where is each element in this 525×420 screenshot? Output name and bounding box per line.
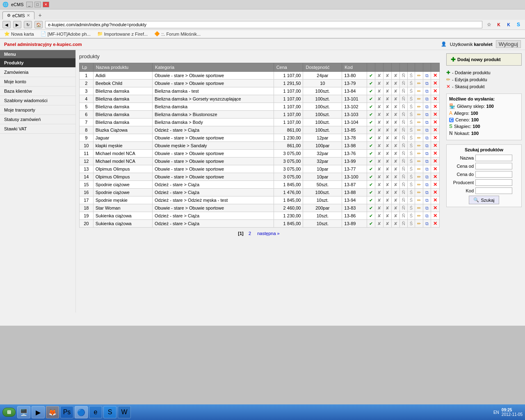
action-edit[interactable]: ✏ <box>415 119 423 126</box>
action-cross-grey[interactable]: ✘ <box>375 87 383 95</box>
action-edit[interactable]: ✏ <box>415 103 423 111</box>
action-s[interactable]: Ś <box>407 212 415 220</box>
address-bar[interactable] <box>45 21 482 28</box>
action-s[interactable]: Ś <box>407 126 415 134</box>
action-n[interactable]: Ñ <box>399 119 407 126</box>
action-cross-grey[interactable]: ✘ <box>375 173 383 181</box>
sidebar-item-produkty[interactable]: Produkty <box>0 58 75 68</box>
action-cross-grey2[interactable]: ✘ <box>383 95 391 103</box>
action-delete[interactable]: ✕ <box>431 196 440 204</box>
action-delete[interactable]: ✕ <box>431 189 440 196</box>
action-cross-grey[interactable]: ✘ <box>375 119 383 126</box>
action-cross-grey3[interactable]: ✘ <box>391 150 399 158</box>
action-cross-grey2[interactable]: ✘ <box>383 142 391 150</box>
action-s[interactable]: Ś <box>407 150 415 158</box>
action-copy[interactable]: ⧉ <box>423 173 431 181</box>
bookmark-firefox[interactable]: 📁 Importowane z Firef... <box>96 31 149 37</box>
action-copy[interactable]: ⧉ <box>423 111 431 119</box>
action-edit[interactable]: ✏ <box>415 126 423 134</box>
action-s[interactable]: Ś <box>407 111 415 119</box>
action-delete[interactable]: ✕ <box>431 80 440 87</box>
bookmark-forum[interactable]: 🔶 ::. Forum Miłośnik... <box>153 31 202 37</box>
action-cross-grey3[interactable]: ✘ <box>391 103 399 111</box>
action-delete[interactable]: ✕ <box>431 150 440 158</box>
action-copy[interactable]: ⧉ <box>423 103 431 111</box>
action-delete[interactable]: ✕ <box>431 204 440 212</box>
action-n[interactable]: Ñ <box>399 181 407 189</box>
action-cross-grey2[interactable]: ✘ <box>383 134 391 142</box>
action-cross-grey3[interactable]: ✘ <box>391 189 399 196</box>
action-cross-grey2[interactable]: ✘ <box>383 173 391 181</box>
action-delete[interactable]: ✕ <box>431 220 440 228</box>
action-cross-grey2[interactable]: ✘ <box>383 111 391 119</box>
action-cross-grey[interactable]: ✘ <box>375 72 383 80</box>
action-cross-grey2[interactable]: ✘ <box>383 212 391 220</box>
action-delete[interactable]: ✕ <box>431 126 440 134</box>
action-s[interactable]: Ś <box>407 119 415 126</box>
action-cross-grey3[interactable]: ✘ <box>391 158 399 165</box>
logout-button[interactable]: Wyloguj <box>496 40 521 48</box>
action-delete[interactable]: ✕ <box>431 95 440 103</box>
action-edit[interactable]: ✏ <box>415 158 423 165</box>
action-cross-grey[interactable]: ✘ <box>375 95 383 103</box>
sidebar-item-statusy-zamówień[interactable]: Statusy zamówień <box>0 115 75 124</box>
action-delete[interactable]: ✕ <box>431 212 440 220</box>
search-price-to-input[interactable] <box>475 171 512 178</box>
action-cross-grey3[interactable]: ✘ <box>391 126 399 134</box>
action-cross-grey3[interactable]: ✘ <box>391 87 399 95</box>
action-cross-grey2[interactable]: ✘ <box>383 204 391 212</box>
action-s[interactable]: Ś <box>407 87 415 95</box>
action-n[interactable]: Ñ <box>399 150 407 158</box>
search-price-from-input[interactable] <box>475 163 512 169</box>
action-edit[interactable]: ✏ <box>415 111 423 119</box>
action-delete[interactable]: ✕ <box>431 134 440 142</box>
action-delete[interactable]: ✕ <box>431 103 440 111</box>
action-cross-grey3[interactable]: ✘ <box>391 220 399 228</box>
action-n[interactable]: Ñ <box>399 173 407 181</box>
action-n[interactable]: Ñ <box>399 196 407 204</box>
action-edit[interactable]: ✏ <box>415 189 423 196</box>
action-copy[interactable]: ⧉ <box>423 212 431 220</box>
action-delete[interactable]: ✕ <box>431 142 440 150</box>
action-copy[interactable]: ⧉ <box>423 158 431 165</box>
action-check[interactable]: ✔ <box>367 173 375 181</box>
action-cross-grey3[interactable]: ✘ <box>391 212 399 220</box>
action-cross-grey2[interactable]: ✘ <box>383 126 391 134</box>
action-cross-grey[interactable]: ✘ <box>375 150 383 158</box>
action-check[interactable]: ✔ <box>367 220 375 228</box>
action-edit[interactable]: ✏ <box>415 196 423 204</box>
action-copy[interactable]: ⧉ <box>423 196 431 204</box>
action-s[interactable]: Ś <box>407 165 415 173</box>
action-n[interactable]: Ñ <box>399 72 407 80</box>
action-copy[interactable]: ⧉ <box>423 220 431 228</box>
action-cross-grey[interactable]: ✘ <box>375 189 383 196</box>
page-2-link[interactable]: 2 <box>249 231 251 236</box>
action-cross-grey[interactable]: ✘ <box>375 158 383 165</box>
action-cross-grey3[interactable]: ✘ <box>391 80 399 87</box>
bookmark-adobe[interactable]: 📄 [MF-HOT]Adobe ph... <box>39 31 92 37</box>
action-cross-grey2[interactable]: ✘ <box>383 80 391 87</box>
action-n[interactable]: Ñ <box>399 165 407 173</box>
action-s[interactable]: Ś <box>407 72 415 80</box>
new-tab-button[interactable]: + <box>35 11 45 20</box>
action-cross-grey[interactable]: ✘ <box>375 212 383 220</box>
action-check[interactable]: ✔ <box>367 196 375 204</box>
action-cross-grey2[interactable]: ✘ <box>383 158 391 165</box>
action-cross-grey[interactable]: ✘ <box>375 103 383 111</box>
action-cross-grey3[interactable]: ✘ <box>391 181 399 189</box>
action-edit[interactable]: ✏ <box>415 150 423 158</box>
action-copy[interactable]: ⧉ <box>423 126 431 134</box>
action-edit[interactable]: ✏ <box>415 204 423 212</box>
browser-tab[interactable]: ⚙ eCMS ✕ <box>2 11 34 19</box>
sidebar-item-stawki-vat[interactable]: Stawki VAT <box>0 124 75 134</box>
action-s[interactable]: Ś <box>407 158 415 165</box>
action-check[interactable]: ✔ <box>367 72 375 80</box>
action-edit[interactable]: ✏ <box>415 173 423 181</box>
bookmark-star-icon[interactable]: ☆ <box>485 21 493 28</box>
action-copy[interactable]: ⧉ <box>423 142 431 150</box>
search-producer-input[interactable] <box>475 179 512 186</box>
action-check[interactable]: ✔ <box>367 212 375 220</box>
tab-close-icon[interactable]: ✕ <box>27 13 30 18</box>
action-check[interactable]: ✔ <box>367 181 375 189</box>
action-copy[interactable]: ⧉ <box>423 119 431 126</box>
